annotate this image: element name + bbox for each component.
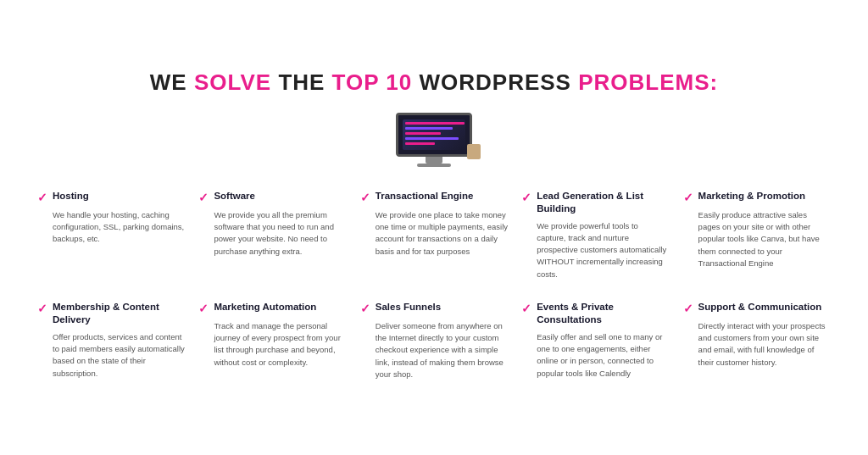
feature-transactional: ✓ Transactional Engine We provide one pl… (357, 185, 511, 286)
feature-sales-funnels-title: Sales Funnels (376, 301, 441, 314)
check-icon: ✓ (37, 191, 47, 204)
page-container: WE SOLVE THE TOP 10 WORDPRESS PROBLEMS: … (0, 44, 868, 411)
check-icon: ✓ (521, 302, 531, 315)
monitor-image (34, 113, 834, 168)
feature-hosting-header: ✓ Hosting (37, 190, 185, 204)
feature-transactional-title: Transactional Engine (376, 190, 474, 203)
feature-software-desc: We provide you all the premium software … (198, 209, 346, 258)
check-icon: ✓ (683, 191, 693, 204)
feature-lead-generation-desc: We provide powerful tools to capture, tr… (521, 220, 669, 280)
check-icon: ✓ (521, 191, 531, 204)
monitor (396, 113, 472, 168)
feature-hosting-desc: We handle your hosting, caching configur… (37, 209, 185, 246)
feature-lead-generation: ✓ Lead Generation & List Building We pro… (518, 185, 672, 286)
feature-hosting: ✓ Hosting We handle your hosting, cachin… (34, 185, 188, 286)
feature-marketing-automation-title: Marketing Automation (214, 301, 316, 314)
feature-support-communication-desc: Directly interact with your prospects an… (683, 320, 831, 369)
feature-sales-funnels-header: ✓ Sales Funnels (360, 301, 508, 315)
feature-membership-header: ✓ Membership & Content Delivery (37, 301, 185, 326)
feature-sales-funnels: ✓ Sales Funnels Deliver someone from any… (357, 296, 511, 386)
feature-events-consultations-header: ✓ Events & Private Consultations (521, 301, 669, 326)
feature-events-consultations-desc: Easily offer and sell one to many or one… (521, 331, 669, 380)
feature-marketing-promotion-header: ✓ Marketing & Promotion (683, 190, 831, 204)
feature-marketing-automation-header: ✓ Marketing Automation (198, 301, 346, 315)
monitor-cup (467, 144, 481, 159)
feature-support-communication: ✓ Support & Communication Directly inter… (680, 296, 834, 386)
feature-hosting-title: Hosting (53, 190, 89, 203)
monitor-stand (426, 157, 442, 164)
check-icon: ✓ (37, 302, 47, 315)
feature-transactional-desc: We provide one place to take money one t… (360, 209, 508, 258)
feature-marketing-promotion-desc: Easily produce attractive sales pages on… (683, 209, 831, 269)
feature-lead-generation-title: Lead Generation & List Building (537, 190, 669, 215)
feature-marketing-automation-desc: Track and manage the personal journey of… (198, 320, 346, 369)
feature-lead-generation-header: ✓ Lead Generation & List Building (521, 190, 669, 215)
feature-events-consultations: ✓ Events & Private Consultations Easily … (518, 296, 672, 386)
feature-marketing-automation: ✓ Marketing Automation Track and manage … (195, 296, 349, 386)
feature-support-communication-header: ✓ Support & Communication (683, 301, 831, 315)
feature-transactional-header: ✓ Transactional Engine (360, 190, 508, 204)
page-title: WE SOLVE THE TOP 10 WORDPRESS PROBLEMS: (34, 69, 834, 96)
feature-membership-title: Membership & Content Delivery (53, 301, 185, 326)
feature-software-title: Software (214, 190, 255, 203)
monitor-code (405, 122, 465, 147)
feature-marketing-promotion: ✓ Marketing & Promotion Easily produce a… (680, 185, 834, 286)
feature-support-communication-title: Support & Communication (698, 301, 822, 314)
feature-software-header: ✓ Software (198, 190, 346, 204)
check-icon: ✓ (198, 191, 209, 204)
feature-events-consultations-title: Events & Private Consultations (537, 301, 669, 326)
feature-marketing-promotion-title: Marketing & Promotion (698, 190, 806, 203)
feature-sales-funnels-desc: Deliver someone from anywhere on the Int… (360, 320, 508, 380)
features-grid: ✓ Hosting We handle your hosting, cachin… (34, 185, 834, 386)
feature-software: ✓ Software We provide you all the premiu… (195, 185, 349, 286)
check-icon: ✓ (360, 191, 370, 204)
check-icon: ✓ (683, 302, 693, 315)
check-icon: ✓ (198, 302, 209, 315)
check-icon: ✓ (360, 302, 370, 315)
monitor-screen (396, 113, 472, 157)
monitor-base (417, 164, 451, 167)
feature-membership: ✓ Membership & Content Delivery Offer pr… (34, 296, 188, 386)
feature-membership-desc: Offer products, services and content to … (37, 331, 185, 380)
